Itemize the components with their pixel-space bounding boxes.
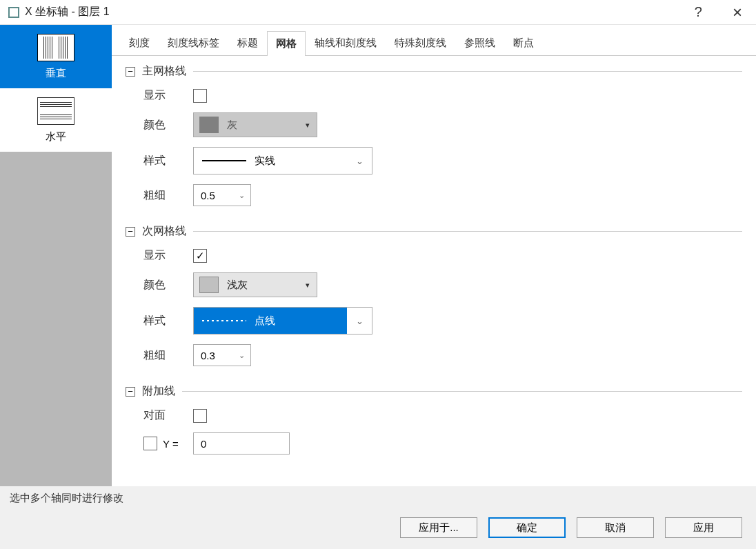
- y-equals-label: Y =: [163, 438, 193, 450]
- apply-to-button[interactable]: 应用于...: [400, 517, 477, 538]
- close-button[interactable]: ×: [727, 3, 748, 22]
- style-value: 实线: [255, 154, 275, 168]
- y-equals-checkbox[interactable]: [143, 437, 157, 450]
- divider: [193, 231, 742, 232]
- tab-scale[interactable]: 刻度: [120, 30, 159, 55]
- show-label: 显示: [143, 88, 193, 103]
- horizontal-axis-icon: [37, 97, 74, 125]
- tab-special-ticks[interactable]: 特殊刻度线: [386, 30, 455, 55]
- minor-gridlines-section: − 次网格线 显示 ✓ 颜色 浅灰 ▾ 样式: [112, 216, 756, 376]
- width-value: 0.5: [201, 190, 215, 201]
- width-label: 粗细: [143, 348, 193, 363]
- line-solid-icon: [202, 160, 246, 161]
- content-panel: 刻度 刻度线标签 标题 网格 轴线和刻度线 特殊刻度线 参照线 断点 − 主网格…: [112, 25, 756, 497]
- width-value: 0.3: [201, 350, 215, 361]
- tab-bar: 刻度 刻度线标签 标题 网格 轴线和刻度线 特殊刻度线 参照线 断点: [112, 30, 756, 56]
- color-label: 颜色: [143, 278, 193, 292]
- titlebar: X 坐标轴 - 图层 1 ? ×: [0, 0, 756, 25]
- color-swatch-icon: [199, 277, 219, 293]
- additional-lines-section: − 附加线 对面 Y =: [112, 376, 756, 464]
- ok-button[interactable]: 确定: [488, 517, 566, 538]
- style-label: 样式: [143, 314, 193, 328]
- line-dotted-icon: [202, 320, 246, 321]
- tab-grids[interactable]: 网格: [267, 31, 306, 56]
- major-width-select[interactable]: 0.5 ⌄: [193, 184, 251, 206]
- hint-text: 选中多个轴同时进行修改: [0, 486, 756, 510]
- collapse-icon[interactable]: −: [126, 387, 135, 397]
- tab-reference-lines[interactable]: 参照线: [455, 30, 504, 55]
- style-value: 点线: [255, 315, 275, 328]
- minor-color-select[interactable]: 浅灰 ▾: [193, 272, 317, 297]
- sidebar: 垂直 水平: [0, 25, 112, 497]
- major-gridlines-section: − 主网格线 显示 颜色 灰 ▾ 样式: [112, 56, 756, 216]
- minor-width-select[interactable]: 0.3 ⌄: [193, 344, 251, 366]
- tab-tick-labels[interactable]: 刻度线标签: [159, 30, 228, 55]
- chevron-down-icon: ⌄: [356, 156, 364, 166]
- app-icon: [8, 7, 19, 18]
- opposite-label: 对面: [143, 408, 193, 423]
- style-label: 样式: [143, 154, 193, 168]
- help-button[interactable]: ?: [695, 4, 702, 20]
- color-swatch-icon: [199, 117, 219, 133]
- width-label: 粗细: [143, 188, 193, 203]
- minor-show-checkbox[interactable]: ✓: [193, 249, 207, 263]
- chevron-down-icon: ⌄: [239, 351, 245, 360]
- tab-breaks[interactable]: 断点: [504, 30, 543, 55]
- chevron-down-icon: ⌄: [239, 191, 245, 200]
- button-bar: 应用于... 确定 取消 应用: [0, 510, 756, 549]
- sidebar-item-horizontal[interactable]: 水平: [0, 88, 112, 152]
- sidebar-item-label: 垂直: [46, 67, 66, 80]
- footer: 选中多个轴同时进行修改 应用于... 确定 取消 应用: [0, 486, 756, 549]
- vertical-axis-icon: [37, 34, 74, 61]
- chevron-down-icon: ▾: [306, 281, 310, 290]
- main-area: 垂直 水平 刻度 刻度线标签 标题 网格 轴线和刻度线 特殊刻度线 参照线 断点…: [0, 25, 756, 497]
- y-value-input[interactable]: [193, 432, 290, 455]
- major-show-checkbox[interactable]: [193, 89, 207, 103]
- color-value: 浅灰: [227, 279, 248, 292]
- section-title: 次网格线: [142, 224, 186, 239]
- tab-line-ticks[interactable]: 轴线和刻度线: [306, 30, 386, 55]
- sidebar-item-vertical[interactable]: 垂直: [0, 25, 112, 88]
- major-color-select[interactable]: 灰 ▾: [193, 112, 317, 137]
- collapse-icon[interactable]: −: [126, 67, 135, 77]
- collapse-icon[interactable]: −: [126, 227, 135, 237]
- color-label: 颜色: [143, 118, 193, 132]
- cancel-button[interactable]: 取消: [577, 517, 654, 538]
- color-value: 灰: [227, 119, 237, 132]
- minor-style-select[interactable]: 点线 ⌄: [193, 307, 372, 335]
- window-title: X 坐标轴 - 图层 1: [25, 5, 695, 19]
- section-title: 主网格线: [142, 64, 186, 79]
- opposite-checkbox[interactable]: [193, 409, 207, 423]
- chevron-down-icon: ⌄: [356, 316, 364, 326]
- divider: [182, 391, 742, 392]
- sidebar-item-label: 水平: [46, 130, 66, 143]
- chevron-down-icon: ▾: [306, 121, 310, 130]
- apply-button[interactable]: 应用: [665, 517, 742, 538]
- divider: [193, 71, 742, 72]
- major-style-select[interactable]: 实线 ⌄: [193, 147, 372, 174]
- section-title: 附加线: [142, 384, 175, 399]
- show-label: 显示: [143, 248, 193, 263]
- tab-title[interactable]: 标题: [228, 30, 267, 55]
